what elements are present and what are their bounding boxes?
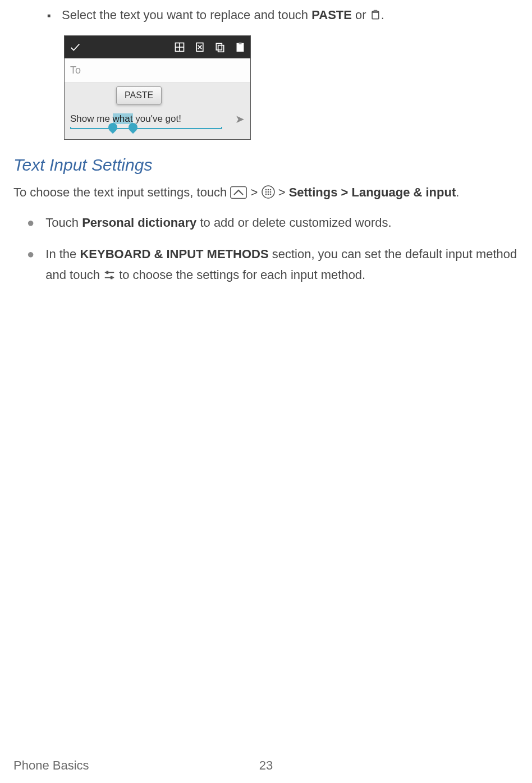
instruction-step: ■ Select the text you want to replace an… (47, 6, 532, 24)
screenshot-text: Show me what you've got! (70, 113, 181, 125)
bullet-icon: ● (27, 212, 34, 233)
bullet-icon: ● (27, 244, 34, 264)
list-item: ● In the KEYBOARD & INPUT METHODS sectio… (27, 244, 532, 286)
svg-rect-11 (237, 43, 244, 51)
svg-rect-1 (373, 13, 378, 19)
svg-rect-2 (373, 10, 377, 12)
intro-gt2: > (275, 185, 289, 199)
svg-point-15 (265, 189, 267, 191)
svg-point-23 (269, 194, 271, 195)
screenshot-topbar (65, 36, 250, 58)
apps-circle-icon (262, 185, 275, 199)
intro-paragraph: To choose the text input settings, touch… (13, 182, 532, 202)
embedded-screenshot: To PASTE Show me what you've got! ➤ (64, 35, 532, 140)
intro-prefix: To choose the text input settings, touch (13, 185, 230, 199)
svg-rect-27 (111, 276, 113, 280)
screenshot-to-field: To (65, 58, 250, 83)
svg-rect-13 (231, 187, 247, 199)
step-text-suffix: . (381, 8, 384, 22)
input-underline (70, 127, 222, 129)
text-after: you've got! (133, 113, 181, 124)
footer-section: Phone Basics (13, 758, 89, 773)
section-heading: Text Input Settings (13, 155, 532, 175)
list-item: ● Touch Personal dictionary to add or de… (27, 212, 532, 233)
delete-file-icon (194, 42, 205, 53)
text-selected: what (113, 113, 133, 124)
step-text-prefix: Select the text you want to replace and … (62, 8, 311, 22)
svg-point-21 (265, 194, 267, 195)
svg-point-20 (269, 191, 271, 193)
b1-prefix: Touch (45, 216, 82, 230)
square-bullet-icon: ■ (47, 11, 51, 20)
sliders-icon (103, 269, 116, 281)
copy-icon (214, 42, 226, 53)
send-icon: ➤ (235, 112, 245, 126)
instruction-text: Select the text you want to replace and … (62, 6, 532, 24)
intro-bold: Settings > Language & input (289, 185, 456, 199)
b1-bold: Personal dictionary (82, 216, 196, 230)
b2-suffix: to choose the settings for each input me… (116, 268, 365, 282)
text-before: Show me (70, 113, 113, 124)
paste-clipboard-icon (235, 42, 246, 53)
svg-rect-25 (107, 271, 109, 274)
b1-suffix: to add or delete customized words. (196, 216, 391, 230)
list-item-text: Touch Personal dictionary to add or dele… (45, 212, 532, 233)
list-item-text: In the KEYBOARD & INPUT METHODS section,… (45, 244, 532, 286)
home-icon (230, 186, 247, 199)
svg-rect-12 (239, 43, 242, 44)
step-text-bold: PASTE (311, 8, 352, 22)
intro-gt1: > (247, 185, 261, 199)
to-label: To (70, 65, 81, 76)
svg-point-18 (265, 191, 267, 193)
page-footer: Phone Basics 23 (13, 758, 519, 773)
svg-point-16 (267, 189, 269, 191)
svg-rect-10 (218, 45, 224, 52)
svg-rect-9 (216, 43, 222, 50)
svg-point-19 (267, 191, 269, 193)
b2-prefix: In the (45, 247, 80, 261)
svg-point-22 (267, 194, 269, 195)
intro-suffix: . (456, 185, 459, 199)
footer-page-number: 23 (259, 758, 273, 773)
check-icon (69, 41, 81, 53)
paste-button: PASTE (116, 86, 162, 104)
clipboard-icon (370, 10, 381, 21)
step-text-mid: or (352, 8, 370, 22)
svg-point-17 (269, 189, 271, 191)
b2-bold: KEYBOARD & INPUT METHODS (80, 247, 268, 261)
grid-icon (174, 42, 185, 53)
